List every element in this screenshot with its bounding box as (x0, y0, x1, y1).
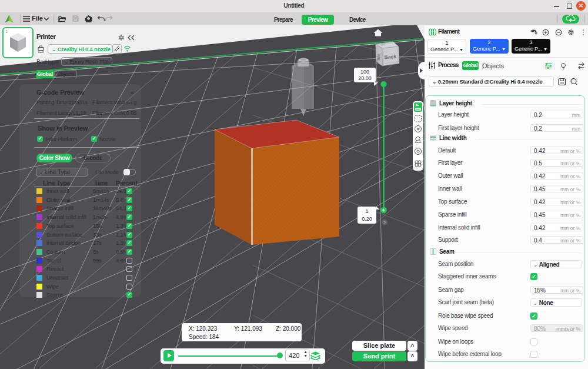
svg-text:?: ? (383, 221, 386, 225)
